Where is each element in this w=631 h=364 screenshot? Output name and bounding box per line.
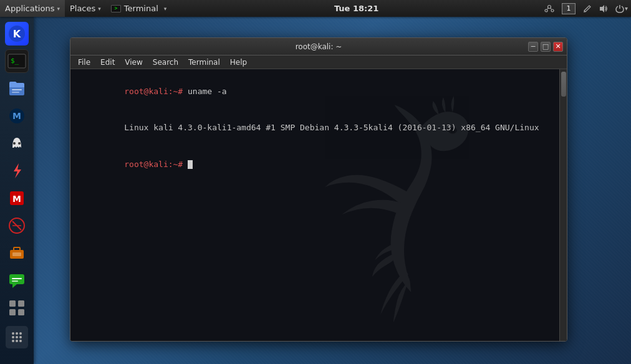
- sidebar-icon-kali[interactable]: K: [5, 22, 29, 46]
- svg-line-3: [547, 7, 548, 9]
- power-arrow: ▾: [625, 5, 628, 12]
- term-menu-terminal[interactable]: Terminal: [183, 55, 225, 69]
- terminal-title: root@kali: ~: [296, 42, 342, 51]
- svg-point-34: [16, 332, 18, 335]
- prompt-2: root@kali:~#: [124, 160, 188, 169]
- svg-text:K: K: [13, 28, 21, 40]
- svg-point-16: [18, 142, 21, 145]
- places-label: Places: [70, 4, 95, 13]
- terminal-line-2: Linux kali 4.3.0-kali1-amd64 #1 SMP Debi…: [75, 110, 554, 146]
- panel-left: Applications ▾ Places ▾ Terminal ▾: [0, 0, 171, 17]
- sidebar-icon-armitage[interactable]: [5, 132, 29, 155]
- maltego-icon: M: [7, 107, 26, 125]
- svg-point-41: [19, 340, 22, 342]
- svg-point-39: [12, 340, 14, 342]
- terminal-line-3: root@kali:~#: [75, 146, 554, 183]
- workspace-number: 1: [562, 3, 576, 14]
- power-icon-button[interactable]: ▾: [612, 0, 631, 17]
- applications-menu[interactable]: Applications ▾: [0, 0, 65, 17]
- terminal-arrow: ▾: [164, 6, 167, 12]
- svg-point-38: [19, 336, 22, 338]
- scrollbar-thumb[interactable]: [561, 72, 566, 97]
- terminal-controls: ─ □ ✕: [528, 42, 563, 52]
- desktop: Applications ▾ Places ▾ Terminal ▾ Tue 1…: [0, 0, 631, 364]
- svg-point-35: [19, 332, 22, 335]
- cursor: [188, 160, 193, 169]
- applications-label: Applications: [5, 4, 54, 13]
- svg-rect-27: [12, 278, 22, 279]
- term-menu-search[interactable]: Search: [148, 55, 183, 69]
- sound-icon: [599, 4, 608, 13]
- extra-tool-icon: [7, 244, 26, 262]
- svg-rect-11: [12, 89, 22, 90]
- sound-icon-button[interactable]: [596, 0, 611, 17]
- svg-marker-5: [600, 5, 604, 12]
- chat-icon: [7, 271, 26, 290]
- maximize-button[interactable]: □: [541, 42, 551, 52]
- cmd-1: uname -a: [188, 87, 227, 96]
- svg-point-1: [545, 9, 547, 12]
- terminal-content[interactable]: root@kali:~# uname -a Linux kali 4.3.0-k…: [70, 69, 567, 341]
- svg-point-33: [12, 332, 14, 335]
- prompt-1: root@kali:~#: [124, 87, 188, 96]
- top-panel: Applications ▾ Places ▾ Terminal ▾ Tue 1…: [0, 0, 631, 17]
- pen-icon-button[interactable]: [580, 0, 595, 17]
- svg-point-15: [13, 142, 16, 145]
- system-icon: [7, 299, 26, 317]
- term-menu-view[interactable]: View: [120, 55, 147, 69]
- svg-rect-32: [18, 309, 24, 315]
- svg-text:M: M: [12, 111, 21, 121]
- sidebar-icon-extra[interactable]: [5, 241, 29, 265]
- red-tool-icon: [7, 216, 26, 235]
- sidebar-icon-system[interactable]: [5, 296, 29, 320]
- applications-arrow: ▾: [57, 6, 60, 12]
- terminal-text-area[interactable]: root@kali:~# uname -a Linux kali 4.3.0-k…: [70, 69, 559, 341]
- term-menu-file[interactable]: File: [73, 55, 95, 69]
- minimize-button[interactable]: ─: [528, 42, 538, 52]
- datetime-text: Tue 18:21: [334, 4, 378, 13]
- svg-text:M: M: [12, 194, 21, 204]
- sidebar-icon-terminal[interactable]: $_: [5, 49, 29, 73]
- sidebar-icon-files[interactable]: [5, 77, 29, 100]
- terminal-titlebar: root@kali: ~ ─ □ ✕: [70, 38, 567, 55]
- terminal-line-1: root@kali:~# uname -a: [75, 73, 554, 110]
- workspace-indicator[interactable]: 1: [559, 0, 579, 17]
- svg-point-36: [12, 336, 14, 338]
- datetime-display: Tue 18:21: [171, 4, 541, 13]
- svg-line-4: [551, 7, 552, 9]
- svg-point-37: [16, 336, 18, 338]
- terminal-window: root@kali: ~ ─ □ ✕ File Edit View Search…: [70, 37, 567, 342]
- close-button[interactable]: ✕: [553, 42, 563, 52]
- svg-rect-31: [9, 309, 16, 315]
- output-1: Linux kali 4.3.0-kali1-amd64 #1 SMP Debi…: [124, 123, 539, 132]
- term-menu-help[interactable]: Help: [225, 55, 252, 69]
- terminal-label: Terminal: [124, 4, 158, 13]
- places-arrow: ▾: [98, 6, 101, 12]
- sidebar-icon-red-tool[interactable]: [5, 214, 29, 237]
- sidebar-icon-burp[interactable]: [5, 159, 29, 183]
- svg-point-40: [16, 340, 18, 342]
- svg-rect-12: [12, 92, 19, 93]
- network-icon: [544, 4, 554, 13]
- svg-point-2: [551, 9, 554, 12]
- term-menu-edit[interactable]: Edit: [95, 55, 120, 69]
- terminal-menu[interactable]: Terminal ▾: [106, 0, 171, 17]
- svg-rect-25: [12, 252, 21, 256]
- svg-rect-30: [18, 300, 24, 307]
- sidebar-icon-chat[interactable]: [5, 269, 29, 292]
- metasploit-icon: M: [7, 189, 26, 208]
- svg-text:$_: $_: [11, 57, 19, 65]
- pen-icon: [583, 4, 592, 13]
- network-icon-button[interactable]: [541, 0, 557, 17]
- terminal-sidebar-icon: $_: [7, 54, 26, 69]
- terminal-panel-icon: [111, 5, 121, 12]
- terminal-menubar: File Edit View Search Terminal Help: [70, 55, 567, 69]
- sidebar-icon-metasploit[interactable]: M: [5, 186, 29, 210]
- svg-marker-17: [14, 163, 21, 178]
- sidebar-icon-maltego[interactable]: M: [5, 104, 29, 128]
- places-menu[interactable]: Places ▾: [65, 0, 106, 17]
- armitage-icon: [7, 134, 26, 153]
- sidebar-apps-grid[interactable]: [6, 326, 28, 348]
- terminal-scrollbar[interactable]: [559, 69, 567, 341]
- svg-rect-28: [12, 280, 18, 282]
